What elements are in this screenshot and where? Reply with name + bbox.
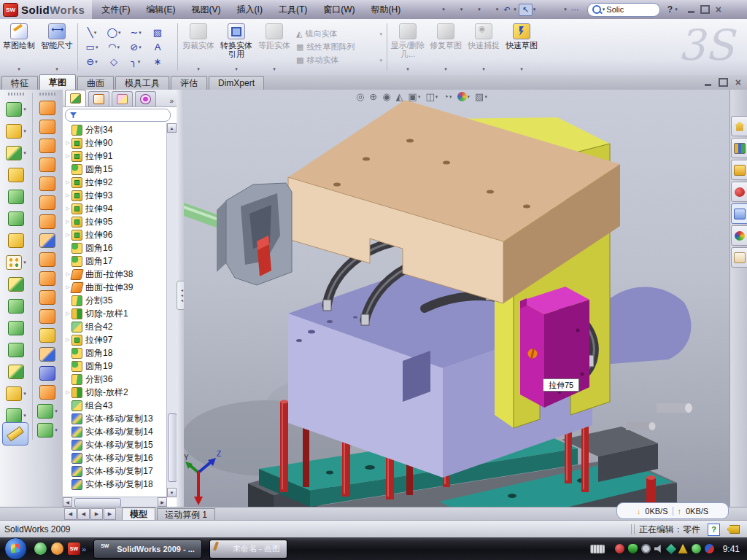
surface-sweep-tool[interactable]: ▾ (39, 269, 55, 288)
surface-offset-tool[interactable]: ▾ (39, 212, 55, 231)
loft-tool[interactable]: ▾ (8, 164, 24, 186)
tree-horizontal-scrollbar[interactable]: ◀ ▶ (63, 497, 167, 507)
doc-close-button[interactable]: × (735, 79, 741, 86)
appearances-icon[interactable]: ●▾ (457, 92, 471, 101)
status-help-icon[interactable]: ? (708, 524, 720, 536)
start-button[interactable] (4, 537, 27, 560)
menu-view[interactable]: 视图(V) (184, 4, 229, 16)
arc-tool[interactable]: ◠▾ (103, 40, 125, 55)
rectangle-tool[interactable]: ▭▾ (81, 40, 103, 55)
tab-surfaces[interactable]: 曲面 (77, 76, 114, 90)
tree-item[interactable]: 圆角15 (63, 163, 166, 176)
tree-item[interactable]: 圆角16 (63, 241, 166, 254)
tree-item[interactable]: 实体-移动/复制18 (63, 478, 166, 491)
taskbar-solidworks-button[interactable]: SWSolidWorks 2009 - ... (93, 540, 202, 559)
tree-item[interactable]: 圆角17 (63, 254, 166, 268)
convert-entities-button[interactable]: 转换实体引用▾ (217, 19, 255, 75)
combine-tool[interactable]: ▾ (8, 339, 24, 361)
surface-thicken-tool[interactable]: ▾ (39, 307, 55, 326)
expand-arrow-icon[interactable] (64, 337, 71, 343)
tag-icon[interactable] (727, 525, 740, 534)
tree-filter-box[interactable] (65, 109, 171, 122)
tree-item[interactable]: 实体-移动/复制13 (63, 412, 166, 425)
quick-snaps-button[interactable]: 快速捕捉▾ (465, 19, 503, 75)
tray-health-icon[interactable] (692, 544, 701, 553)
sketch-fillet-tool[interactable]: ╮▾ (125, 55, 147, 69)
extrude-boss-tool[interactable]: ▾ (6, 120, 26, 142)
tree-item[interactable]: 拉伸96 (63, 228, 166, 241)
tree-item[interactable]: 切除-放样2 (63, 386, 166, 399)
expand-arrow-icon[interactable] (64, 192, 71, 198)
model-slide-insert[interactable] (184, 183, 292, 285)
draft-tool[interactable]: ▾ (8, 230, 24, 252)
tree-item[interactable]: 切除-放样1 (63, 307, 166, 320)
ellipse-tool[interactable]: ⊘▾ (125, 40, 147, 55)
point-tool[interactable]: ∗▾ (147, 55, 169, 69)
selection-filter-button[interactable]: ⋯▾ (569, 4, 581, 15)
doc-restore-button[interactable] (719, 78, 728, 87)
boundary-surface-tool[interactable]: ▾ (39, 231, 55, 250)
tree-item[interactable]: 分割35 (63, 294, 166, 307)
view-orientation-icon[interactable]: ▣▾ (409, 91, 421, 102)
surface-extrude-tool[interactable]: ▾ (39, 98, 55, 117)
circle-tool[interactable]: ◯▾ (103, 26, 125, 40)
last-tab-button[interactable]: ▶ (104, 508, 116, 520)
spline-tool[interactable]: ∼▾ (125, 26, 147, 40)
display-style-icon[interactable]: ◫▾ (425, 91, 438, 102)
fillet-tool[interactable]: ▾ (6, 142, 26, 164)
tree-item[interactable]: 实体-移动/复制15 (63, 438, 166, 451)
scroll-left-button[interactable]: ◀ (63, 497, 72, 507)
more-tabs-chevron[interactable]: » (169, 97, 174, 106)
expand-arrow-icon[interactable] (64, 140, 71, 146)
menu-help[interactable]: 帮助(H) (363, 4, 409, 16)
extrude-cut-tool[interactable]: ▾ (6, 98, 26, 120)
file-explorer-tab[interactable] (731, 160, 747, 180)
display-delete-relations-button[interactable]: 显示/删除几...▾ (389, 19, 427, 75)
surface-fill-tool[interactable]: ▾ (39, 155, 55, 174)
appearances-scenes-tab[interactable] (731, 225, 747, 246)
tree-item[interactable]: 圆角19 (63, 359, 166, 373)
slot-tool[interactable]: ⊖▾ (81, 55, 103, 69)
save-button[interactable]: ▾ (465, 4, 482, 15)
tree-item[interactable]: 曲面-拉伸38 (63, 268, 166, 281)
menu-tools[interactable]: 工具(T) (271, 4, 315, 16)
quicklaunch-solidworks-icon[interactable]: SW (68, 542, 80, 555)
graphics-area[interactable]: Y Z X ◎▾⊕▾◉▾◭▾▣▾◫▾◔▾●▾▨▾ 拉伸75 (184, 90, 729, 507)
move-entities-button[interactable]: ▩移动实体▾ (296, 55, 382, 66)
model-tab[interactable]: 模型 (122, 508, 155, 521)
polygon-tool[interactable]: ◇▾ (103, 55, 125, 69)
move-copy-body-tool[interactable]: ▾ (8, 361, 24, 383)
search-dropdown-icon[interactable]: ▾ (603, 7, 605, 12)
tree-item[interactable]: 实体-移动/复制16 (63, 451, 166, 464)
taskbar-clock[interactable]: 9:41 (723, 544, 740, 554)
rapid-sketch-button[interactable]: 快速草图▾ (503, 19, 541, 75)
expand-arrow-icon[interactable] (64, 153, 71, 159)
expand-arrow-icon[interactable] (64, 179, 71, 185)
freeform-tool[interactable]: ▾ (37, 421, 58, 440)
minimize-button[interactable] (688, 11, 694, 13)
dimxpert-manager-tab[interactable] (135, 91, 156, 106)
select-button[interactable]: ↖▾ (519, 4, 538, 16)
tray-security-red-icon[interactable] (615, 544, 624, 553)
tree-item[interactable]: 组合42 (63, 320, 166, 333)
design-library-tab[interactable] (731, 138, 747, 158)
zoom-fit-icon[interactable]: ◎▾ (356, 91, 364, 102)
hide-show-items-icon[interactable]: ◔▾ (443, 91, 452, 102)
tray-shield-green-icon[interactable] (628, 544, 638, 553)
feature-manager-tab[interactable] (65, 90, 86, 106)
tree-item[interactable]: 拉伸91 (63, 149, 166, 163)
zoom-selected-icon[interactable]: ◉▾ (382, 91, 390, 102)
tree-item[interactable]: 拉伸94 (63, 202, 166, 215)
menu-edit[interactable]: 编辑(E) (139, 4, 184, 16)
search-box[interactable]: ▾ Solic (587, 3, 660, 17)
feature-statistics-button[interactable]: ▾ (538, 4, 550, 15)
configuration-manager-tab[interactable] (112, 91, 133, 106)
surface-untrim-tool[interactable]: ▾ (39, 383, 55, 402)
tray-sync-icon[interactable] (666, 543, 676, 553)
panel-splitter[interactable]: ◂◂◂ (177, 90, 184, 507)
tree-item[interactable]: 拉伸92 (63, 176, 166, 189)
motion-study-tab[interactable]: 运动算例 1 (157, 508, 215, 521)
smart-dimension-button[interactable]: 智能尺寸▾ (38, 19, 76, 75)
surface-extend-tool[interactable]: ▾ (39, 345, 55, 364)
property-manager-tab[interactable] (88, 91, 109, 106)
